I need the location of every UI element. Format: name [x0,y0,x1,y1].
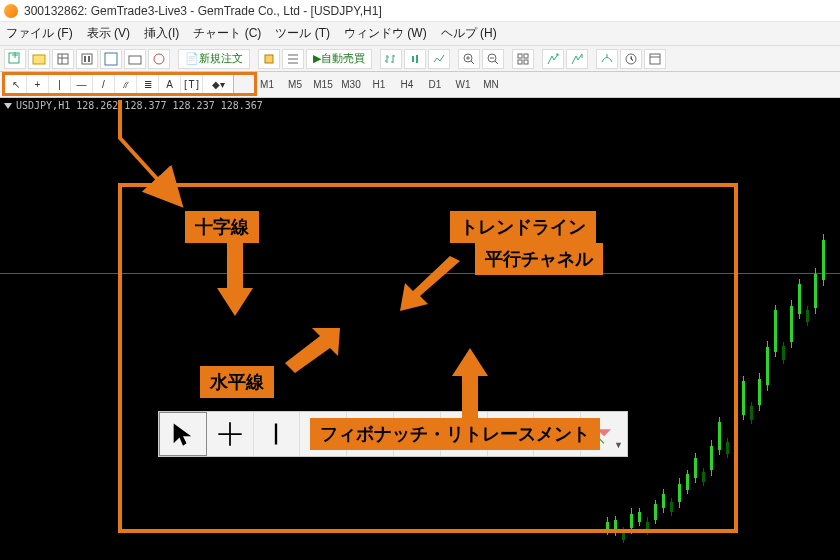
svg-rect-6 [105,53,117,65]
svg-rect-15 [524,54,528,58]
annotation-label-fibonacci: フィボナッチ・リトレースメント [310,418,600,450]
tb-shift-icon[interactable] [566,49,588,69]
svg-rect-17 [524,60,528,64]
menu-chart[interactable]: チャート (C) [193,25,261,42]
menu-help[interactable]: ヘルプ (H) [441,25,497,42]
svg-rect-9 [265,55,273,63]
timeframe-toolbar: M1 M5 M15 M30 H1 H4 D1 W1 MN [254,76,504,94]
svg-rect-19 [650,54,660,64]
tb-new-chart-icon[interactable] [4,49,26,69]
chart-area[interactable]: USDJPY,H1 128.262 128.377 128.237 128.36… [0,98,840,560]
svg-rect-7 [129,56,141,64]
dropdown-caret-icon: ▼ [614,440,623,450]
new-order-label: 新規注文 [199,51,243,66]
auto-trade-button[interactable]: ▶ 自動売買 [306,49,372,69]
tf-m1[interactable]: M1 [254,76,280,94]
chart-symbol-info: USDJPY,H1 128.262 128.377 128.237 128.36… [4,100,263,111]
menu-file[interactable]: ファイル (F) [6,25,73,42]
enlarged-vertical-line-tool[interactable] [254,412,301,456]
app-icon [4,4,18,18]
tb-strategy-icon[interactable] [148,49,170,69]
tb-scroll-icon[interactable] [542,49,564,69]
tb-periods-icon[interactable] [620,49,642,69]
tf-mn[interactable]: MN [478,76,504,94]
tb-market-watch-icon[interactable] [52,49,74,69]
tb-profiles-icon[interactable] [28,49,50,69]
menu-tool[interactable]: ツール (T) [275,25,330,42]
tb-candle-chart-icon[interactable] [404,49,426,69]
svg-rect-4 [84,56,86,62]
svg-rect-14 [518,54,522,58]
menu-insert[interactable]: 挿入(I) [144,25,179,42]
svg-point-8 [154,54,164,64]
dropdown-triangle-icon [4,103,12,109]
annotation-label-trendline: トレンドライン [450,211,596,243]
auto-trade-label: 自動売買 [321,51,365,66]
tf-m30[interactable]: M30 [338,76,364,94]
fibonacci-tool-icon[interactable]: ≣ [137,75,159,95]
svg-rect-5 [88,56,90,62]
menu-bar: ファイル (F) 表示 (V) 挿入(I) チャート (C) ツール (T) ウ… [0,22,840,46]
tb-navigator-icon[interactable] [100,49,122,69]
menu-view[interactable]: 表示 (V) [87,25,130,42]
cursor-tool-icon[interactable]: ↖ [5,75,27,95]
tb-tile-icon[interactable] [512,49,534,69]
vertical-line-tool-icon[interactable]: | [49,75,71,95]
channel-tool-icon[interactable]: ⫽ [115,75,137,95]
svg-rect-11 [416,55,418,63]
tb-terminal-icon[interactable] [124,49,146,69]
horizontal-line-tool-icon[interactable]: — [71,75,93,95]
tb-indicators-icon[interactable] [596,49,618,69]
annotation-label-hline: 水平線 [200,366,274,398]
tf-d1[interactable]: D1 [422,76,448,94]
line-studies-toolbar: ↖ + | — / ⫽ ≣ A [T] ◆▾ [4,74,234,96]
line-studies-toolbar-row: ↖ + | — / ⫽ ≣ A [T] ◆▾ M1 M5 M15 M30 H1 … [0,72,840,98]
annotation-label-channel: 平行チャネル [475,243,603,275]
title-bar: 300132862: GemTrade3-Live3 - GemTrade Co… [0,0,840,22]
tb-data-window-icon[interactable] [76,49,98,69]
window-title: 300132862: GemTrade3-Live3 - GemTrade Co… [24,4,382,18]
text-tool-icon[interactable]: A [159,75,181,95]
tb-zoom-in-icon[interactable] [458,49,480,69]
tb-bar-chart-icon[interactable] [380,49,402,69]
menu-window[interactable]: ウィンドウ (W) [344,25,427,42]
svg-rect-2 [58,54,68,64]
svg-rect-16 [518,60,522,64]
tb-templates-icon[interactable] [644,49,666,69]
tf-h1[interactable]: H1 [366,76,392,94]
annotation-label-crosshair: 十字線 [185,211,259,243]
trendline-tool-icon[interactable]: / [93,75,115,95]
svg-rect-1 [33,55,45,64]
enlarged-cursor-tool[interactable] [159,412,207,456]
tf-m5[interactable]: M5 [282,76,308,94]
svg-rect-3 [82,54,92,64]
new-order-button[interactable]: 📄 新規注文 [178,49,250,69]
crosshair-tool-icon[interactable]: + [27,75,49,95]
tf-m15[interactable]: M15 [310,76,336,94]
more-tools-icon[interactable]: ◆▾ [203,75,233,95]
tb-zoom-out-icon[interactable] [482,49,504,69]
standard-toolbar: 📄 新規注文 ▶ 自動売買 [0,46,840,72]
text-label-tool-icon[interactable]: [T] [181,75,203,95]
enlarged-crosshair-tool[interactable] [207,412,254,456]
tb-line-chart-icon[interactable] [428,49,450,69]
tb-options-icon[interactable] [282,49,304,69]
symbol-line-text: USDJPY,H1 128.262 128.377 128.237 128.36… [16,100,263,111]
tf-w1[interactable]: W1 [450,76,476,94]
svg-rect-10 [412,56,414,62]
tb-meta-icon[interactable] [258,49,280,69]
tf-h4[interactable]: H4 [394,76,420,94]
